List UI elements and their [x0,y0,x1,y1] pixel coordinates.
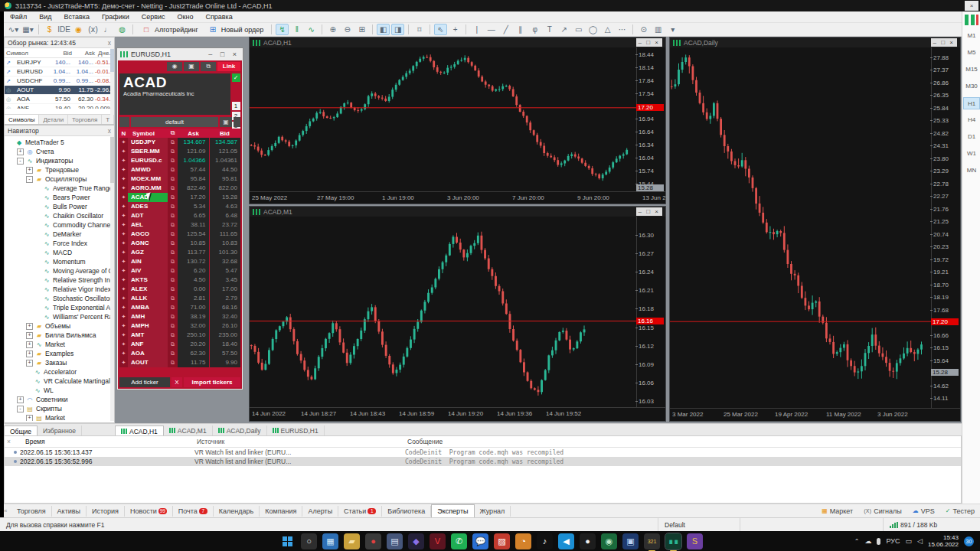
tile-windows-icon[interactable]: ⊞ [355,24,368,35]
horizontal-line-icon[interactable]: — [485,24,498,35]
navigator-item[interactable]: ∿Relative Vigor Index [5,285,114,294]
collapse-minus-icon[interactable]: - [26,176,33,183]
watchlist-row[interactable]: ✦AOA⧉62.3057.50 [119,349,240,358]
menu-6[interactable]: Справка [199,11,238,22]
office-app-icon[interactable]: S [687,533,703,549]
list-button-1[interactable]: 1 [232,102,240,110]
watchlist-row[interactable]: ✦AGCO⧉125.54111.65 [119,230,240,239]
row-link-icon[interactable]: ⧉ [168,331,178,340]
row-link-icon[interactable]: ⧉ [168,340,178,349]
screenshot-camera-icon[interactable]: ⌑ [413,24,426,35]
navigator-item[interactable]: -▰Осцилляторы [5,174,114,184]
navigator-item[interactable]: -∿Индикаторы [5,156,114,165]
screenshot-icon[interactable]: ▣ [184,62,199,71]
obsidian-icon[interactable]: ◆ [408,533,424,549]
price-scale-h1[interactable]: 18.4418.1417.8417.5416.9416.6416.3416.04… [636,47,665,191]
menu-2[interactable]: Вставка [57,11,95,22]
watchlist-row[interactable]: ✦AMWD⧉57.4444.50 [119,165,240,174]
row-link-icon[interactable]: ⧉ [168,193,178,202]
remove-ticker-button[interactable]: X [172,377,182,387]
objects-dropdown-icon[interactable]: ▾ [666,24,679,35]
price-scale-daily[interactable]: 27.8827.3726.8626.3525.8425.3324.8224.31… [931,47,960,408]
profiles-dropdown[interactable]: ▦▾ [21,24,34,35]
market-watch-row[interactable]: ↗EURJPY140...140...-0.51... [5,58,114,67]
watchlist-row[interactable]: ✦AOUT⧉11.759.90 [119,358,240,367]
navigator-item[interactable]: ∿Bears Power [5,193,114,202]
market-watch-row[interactable]: ↗EURUSD1.04...1.04...-0.01... [5,67,114,77]
chart-tab-ACAD,M1[interactable]: ACAD,M1 [164,425,213,435]
expand-plus-icon[interactable]: + [26,332,33,339]
more-tools-icon[interactable]: ⋯ [616,24,629,35]
chart-titlebar-h1[interactable]: ACAD,H1– □ × [250,37,665,47]
todoist-icon[interactable]: ▨ [494,533,510,549]
toolbox-tab-История[interactable]: История [87,506,125,517]
start-button[interactable] [279,533,296,549]
market-watch-row[interactable]: ◎AOUT9.9011.75-2.96... [5,86,114,95]
timeframe-M15[interactable]: M15 [963,64,980,76]
expand-plus-icon[interactable]: + [26,167,33,174]
channel-icon[interactable]: ∥ [514,24,527,35]
add-ticker-button[interactable]: Add ticker [119,377,170,387]
toolbox-tab-Статьи[interactable]: Статьи1 [338,506,382,517]
row-link-icon[interactable]: ⧉ [168,165,178,174]
signals-icon[interactable]: (ⅹ) [87,24,100,35]
row-link-icon[interactable]: ⧉ [168,239,178,248]
toolbox-tab-Активы[interactable]: Активы [52,506,87,517]
navigator-item[interactable]: ∿Chaikin Oscillator [5,211,114,220]
chart-plot-m1[interactable] [250,217,637,407]
navigator-item[interactable]: +◎Счета [5,147,114,156]
list-check-button[interactable]: ✓ [232,73,240,82]
market-watch-tab-Т[interactable]: Т [102,115,114,124]
market-watch-icon[interactable]: $ [43,24,56,35]
onedrive-cloud-icon[interactable]: ☁ [864,537,871,545]
market-watch-row[interactable]: ◎ANF19.4020.200.00% [5,104,114,109]
magnifier-icon[interactable]: ⊙ [637,24,650,35]
rectangle-tool-icon[interactable]: ▭ [572,24,585,35]
community-globe-icon[interactable]: ◍ [116,24,129,35]
widgets-icon[interactable]: ▦ [322,533,338,549]
clock[interactable]: 15:43 15.06.2022 [928,534,959,548]
zoom-out-icon[interactable]: ⊖ [341,24,354,35]
watchlist-row[interactable]: ✦ADT⧉6.656.48 [119,211,240,220]
navigator-item[interactable]: ∿Momentum [5,257,114,266]
ellipse-tool-icon[interactable]: ◯ [586,24,599,35]
triangle-tool-icon[interactable]: △ [601,24,614,35]
navigator-scrollbar[interactable] [110,135,114,421]
row-link-icon[interactable]: ⧉ [168,220,178,230]
watchlist-row[interactable]: ✦EURUSD.c⧉1.043661.04361 [119,156,240,165]
timeframe-M30[interactable]: M30 [963,80,980,93]
toolbox-tab-Библиотека[interactable]: Библиотека [382,506,431,517]
algo-lock-icon[interactable]: ◉ [72,24,85,35]
navigator-item[interactable]: +∿Market [5,340,114,349]
watchlist-row[interactable]: ✦ADES⧉5.344.63 [119,202,240,211]
navigator-item[interactable]: ∿Accelerator [5,367,114,377]
mw-col-1[interactable]: Bid [49,50,72,57]
watchlist-row[interactable]: ✦ANF⧉20.2018.40 [119,340,240,349]
row-link-icon[interactable]: ⧉ [168,138,178,147]
toolbox-tab-Компания[interactable]: Компания [260,506,302,517]
navigator-item[interactable]: -▤Скрипты [5,404,114,413]
import-tickers-button[interactable]: Import tickers [184,377,240,387]
indicators-list-icon[interactable]: ▥ [652,24,665,35]
toolbox-tab-Почта[interactable]: Почта7 [173,506,214,517]
log-row[interactable]: 2022.06.15 15:36:13.437VR Watch list and… [5,448,961,457]
bottom-button-Сигналы[interactable]: (ⅹ)Сигналы [858,507,907,515]
watchlist-row[interactable]: ✦AGZ⧉113.77101.30 [119,248,240,257]
chart-plot-h1[interactable] [250,47,637,191]
navigator-item[interactable]: +▰Объемы [5,321,114,331]
navigator-item[interactable]: ◆MetaTrader 5 [5,138,114,147]
zoom-in-icon[interactable]: ⊕ [326,24,339,35]
toolbox-tab-Новости[interactable]: Новости99 [125,506,173,517]
row-link-icon[interactable]: ⧉ [168,349,178,358]
window-controls[interactable]: × [965,1,978,11]
time-axis-daily[interactable]: 3 Mar 202225 Mar 202219 Apr 202211 May 2… [670,408,960,422]
view-icon[interactable]: ◉ [167,62,182,71]
watchlist-row[interactable]: ✦MOEX.MM⧉95.8495.81 [119,174,240,184]
language-indicator[interactable]: РУС [886,537,900,545]
toolbox-tab-Торговля[interactable]: Торговля [11,506,52,517]
navigator-item[interactable]: ∿Force Index [5,239,114,248]
auto-scroll-icon[interactable]: ◨ [391,24,404,35]
chart-type-dropdown[interactable]: ∿▾ [7,24,20,35]
timeframe-MN[interactable]: MN [963,165,980,177]
profile-prev-button[interactable] [119,117,129,127]
